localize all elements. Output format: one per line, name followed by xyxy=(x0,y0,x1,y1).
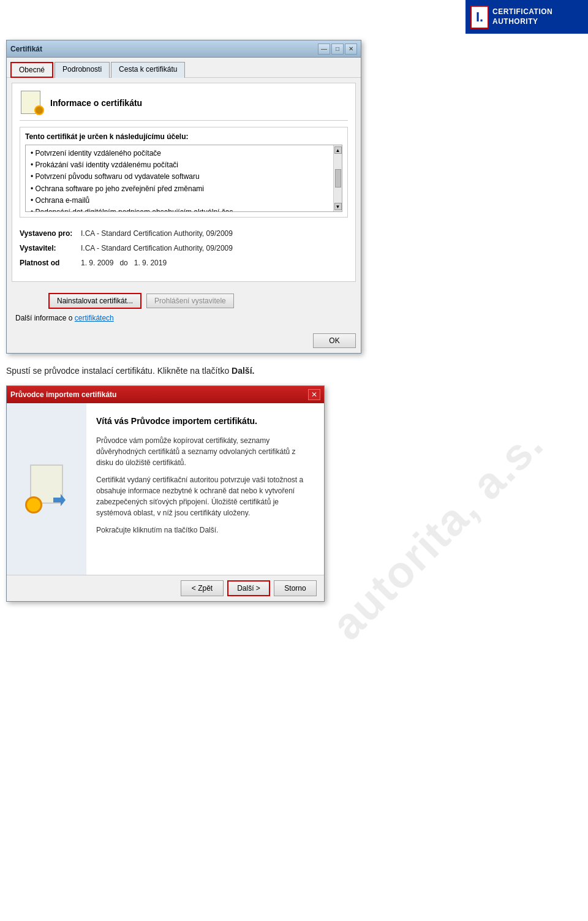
logo-text: CERTIFICATION AUTHORITY xyxy=(492,7,552,26)
issuer-statement-button[interactable]: Prohlášení vystavitele xyxy=(146,294,234,308)
validity-to: 1. 9. 2019 xyxy=(134,256,167,270)
purpose-item: Ochrana software po jeho zveřejnění před… xyxy=(31,183,339,195)
issued-to-row: Vystaveno pro: I.CA - Standard Certifica… xyxy=(20,226,348,241)
wizard-para2: Certifikát vydaný certifikační autoritou… xyxy=(96,474,314,518)
wci-ribbon xyxy=(25,496,42,514)
wizard-close-button[interactable]: ✕ xyxy=(308,389,320,400)
wizard-para1: Průvodce vám pomůže kopírovat certifikát… xyxy=(96,435,314,468)
wizard-title: Průvodce importem certifikátu xyxy=(10,390,116,399)
logo-line2: AUTHORITY xyxy=(492,17,552,27)
purpose-item: Prokázání vaší identity vzdálenému počít… xyxy=(31,159,339,171)
issued-to-value: I.CA - Standard Certification Authority,… xyxy=(81,226,233,241)
dialog-title: Certifikát xyxy=(10,45,42,53)
issuer-row: Vystavitel: I.CA - Standard Certificatio… xyxy=(20,241,348,256)
restore-button[interactable]: □ xyxy=(331,44,344,55)
wizard-dialog: Průvodce importem certifikátu ✕ xyxy=(6,385,325,602)
wizard-left-panel xyxy=(7,403,86,575)
dialog-titlebar: Certifikát — □ ✕ xyxy=(7,40,361,58)
dialog-tabs: Obecné Podrobnosti Cesta k certifikátu xyxy=(7,58,361,77)
titlebar-buttons: — □ ✕ xyxy=(318,44,357,55)
wizard-icon-area xyxy=(25,464,68,514)
wizard-heading: Vítá vás Průvodce importem certifikátu. xyxy=(96,415,314,428)
cert-icon-ribbon xyxy=(34,105,44,115)
logo-line1: CERTIFICATION xyxy=(492,7,552,17)
scrollbar-thumb[interactable] xyxy=(335,169,341,188)
wizard-para3: Pokračujte kliknutím na tlačítko Další. xyxy=(96,525,314,536)
wizard-body: Vítá vás Průvodce importem certifikátu. … xyxy=(7,403,324,575)
back-button[interactable]: < Zpět xyxy=(181,580,224,596)
instruction-text: Spustí se průvodce instalací certifikátu… xyxy=(6,366,582,376)
tab-cesta[interactable]: Cesta k certifikátu xyxy=(111,62,185,78)
tab-obecne[interactable]: Obecné xyxy=(10,62,53,78)
purpose-item: Podepsání dat digitálním podpisem obsahu… xyxy=(31,207,339,212)
wci-arrow xyxy=(53,494,68,509)
wizard-right-panel: Vítá vás Průvodce importem certifikátu. … xyxy=(86,403,324,575)
cert-info-title: Informace o certifikátu xyxy=(50,98,142,108)
close-button[interactable]: ✕ xyxy=(345,44,357,55)
logo-area: I. CERTIFICATION AUTHORITY xyxy=(466,0,588,34)
main-content: Certifikát — □ ✕ Obecné Podrobnosti Cest… xyxy=(0,0,588,608)
cert-purpose-title: Tento certifikát je určen k následujícím… xyxy=(25,132,342,141)
info-link-area: Další informace o certifikátech xyxy=(12,311,356,325)
validity-row: Platnost od 1. 9. 2009 do 1. 9. 2019 xyxy=(20,256,348,270)
issuer-value: I.CA - Standard Certification Authority,… xyxy=(81,241,233,256)
minimize-button[interactable]: — xyxy=(318,44,330,55)
certificate-icon xyxy=(20,91,44,115)
certifikaty-link[interactable]: certifikátech xyxy=(75,314,114,322)
dialog-body: Informace o certifikátu Tento certifikát… xyxy=(7,77,361,330)
wizard-titlebar: Průvodce importem certifikátu ✕ xyxy=(7,386,324,403)
logo-letter: I. xyxy=(470,6,489,29)
cert-info-header: Informace o certifikátu xyxy=(20,91,348,121)
install-certificate-button[interactable]: Nainstalovat certifikát... xyxy=(48,293,141,309)
issuer-label: Vystavitel: xyxy=(20,241,75,256)
tab-podrobnosti[interactable]: Podrobnosti xyxy=(55,62,110,78)
scrollbar-track[interactable]: ▲ ▼ xyxy=(333,145,342,211)
purpose-item: Ochrana e-mailů xyxy=(31,195,339,207)
info-link-text: Další informace o xyxy=(15,314,72,322)
validity-label: Platnost od xyxy=(20,256,75,270)
wizard-certificate-icon xyxy=(25,464,68,514)
purpose-items: Potvrzení identity vzdáleného počítače P… xyxy=(31,148,339,212)
wizard-footer: < Zpět Další > Storno xyxy=(7,575,324,601)
cert-details: Vystaveno pro: I.CA - Standard Certifica… xyxy=(20,222,348,274)
dialog-ok-row: OK xyxy=(7,330,361,353)
validity-from: 1. 9. 2009 xyxy=(81,256,113,270)
cert-purpose-section: Tento certifikát je určen k následujícím… xyxy=(20,127,348,218)
scroll-down-arrow[interactable]: ▼ xyxy=(334,203,342,210)
wci-arrow-shape xyxy=(53,494,66,506)
cert-purpose-list: Potvrzení identity vzdáleného počítače P… xyxy=(26,145,342,211)
instruction-bold: Další. xyxy=(232,366,254,376)
issued-to-label: Vystaveno pro: xyxy=(20,226,75,241)
ok-button[interactable]: OK xyxy=(313,333,356,348)
cancel-button[interactable]: Storno xyxy=(274,580,317,596)
purpose-item: Potvrzení původu softwaru od vydavatele … xyxy=(31,171,339,183)
instruction-before: Spustí se průvodce instalací certifikátu… xyxy=(6,366,232,376)
validity-to-word: do xyxy=(119,256,127,270)
purpose-item: Potvrzení identity vzdáleného počítače xyxy=(31,148,339,159)
certificate-dialog: Certifikát — □ ✕ Obecné Podrobnosti Cest… xyxy=(6,40,361,354)
cert-info-panel: Informace o certifikátu Tento certifikát… xyxy=(12,83,356,282)
cert-purpose-list-wrapper: Potvrzení identity vzdáleného počítače P… xyxy=(25,145,342,212)
action-buttons: Nainstalovat certifikát... Prohlášení vy… xyxy=(12,288,356,311)
next-button[interactable]: Další > xyxy=(227,580,270,596)
scroll-up-arrow[interactable]: ▲ xyxy=(334,146,342,154)
